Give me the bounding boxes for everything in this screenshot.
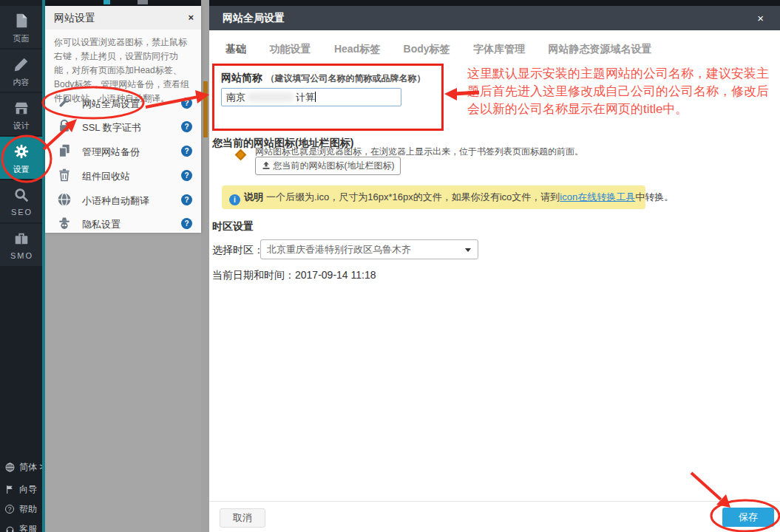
menu-item-label: 小语种自动翻译	[82, 194, 149, 208]
menu-item-ssl[interactable]: SSL 数字证书 ?	[45, 115, 201, 139]
upload-icon	[262, 161, 271, 170]
briefcase-icon	[13, 236, 30, 249]
ico-notice-bar: i说明一个后缀为.ico，尺寸为16px*16px的文件，如果你没有ico文件，…	[222, 185, 645, 209]
lock-icon	[57, 119, 72, 137]
panel-title: 网站设置	[54, 12, 95, 24]
cancel-button[interactable]: 取消	[220, 508, 265, 528]
site-name-label: 网站简称	[221, 72, 262, 83]
underlying-page-orange-element	[203, 81, 208, 137]
menu-item-label: SSL 数字证书	[82, 121, 141, 134]
sidebar-item-label: 设置	[0, 164, 42, 175]
trash-icon	[57, 168, 72, 185]
caret-down-icon	[465, 248, 471, 252]
search-icon	[13, 193, 30, 205]
site-name-value-suffix: 计算	[296, 92, 315, 103]
menu-item-label: 网站全局设置	[82, 98, 140, 111]
info-icon: i	[229, 194, 240, 205]
site-name-input[interactable]: 南京计算	[221, 88, 401, 106]
timezone-select[interactable]: 北京重庆香港特别行政区乌鲁木齐	[260, 239, 478, 259]
storefront-icon	[13, 106, 30, 118]
sidebar-footer-label: 帮助	[19, 503, 37, 516]
top-bar-fragment	[138, 0, 148, 4]
timezone-selected-option: 北京重庆香港特别行政区乌鲁木齐	[267, 244, 411, 255]
menu-item-backup[interactable]: 管理网站备份 ?	[45, 140, 201, 163]
modal-title: 网站全局设置	[223, 6, 285, 30]
site-name-hint: （建议填写公司名称的简称或品牌名称）	[265, 73, 425, 83]
help-icon: ?	[4, 504, 15, 514]
text-cursor	[315, 92, 316, 102]
help-icon[interactable]: ?	[181, 170, 192, 181]
menu-item-auto-translate[interactable]: 小语种自动翻译 ?	[45, 188, 201, 212]
sidebar-footer-label: 客服	[19, 523, 37, 532]
sidebar-item-label: 内容	[0, 77, 42, 88]
backup-icon	[57, 143, 72, 161]
help-icon[interactable]: ?	[181, 194, 192, 205]
site-name-label-row: 网站简称 （建议填写公司名称的简称或品牌名称）	[221, 71, 425, 85]
redacted-text-blur	[247, 92, 294, 102]
menu-item-global-settings[interactable]: 网站全局设置 ?	[45, 92, 201, 115]
timezone-select-label: 选择时区：	[212, 244, 264, 257]
headset-icon	[4, 524, 15, 532]
flag-icon	[4, 484, 15, 494]
menu-item-recycle-bin[interactable]: 组件回收站 ?	[45, 164, 201, 188]
tab-head-tags[interactable]: Head标签	[334, 38, 380, 59]
page-root: 页面 内容 设计 设置 SEO SMO 简体 > 向导	[0, 0, 780, 532]
favicon-upload-button[interactable]: 您当前的网站图标(地址栏图标)	[255, 157, 401, 175]
wrench-icon	[57, 95, 72, 113]
sidebar-item-label: SEO	[1, 208, 42, 216]
tab-font-library[interactable]: 字体库管理	[473, 38, 525, 59]
site-name-value-prefix: 南京	[226, 92, 245, 103]
sidebar-item-support[interactable]: 客服	[4, 522, 37, 532]
menu-item-privacy[interactable]: 隐私设置 ?	[45, 212, 201, 236]
file-icon	[13, 18, 30, 31]
menu-item-label: 管理网站备份	[82, 146, 140, 159]
tab-basic[interactable]: 基础	[225, 38, 246, 59]
sidebar-item-seo[interactable]: SEO	[0, 180, 42, 222]
global-settings-modal: 网站全局设置 × 基础 功能设置 Head标签 Body标签 字体库管理 网站静…	[209, 6, 780, 532]
dimmed-background	[201, 0, 209, 532]
close-icon[interactable]: ×	[188, 6, 194, 30]
sidebar-item-help[interactable]: ? 帮助	[4, 502, 37, 516]
favicon-preview-icon	[235, 149, 247, 161]
notice-label: 说明	[244, 191, 263, 202]
help-icon[interactable]: ?	[181, 146, 192, 157]
app-top-bar	[0, 0, 780, 6]
tab-body-tags[interactable]: Body标签	[404, 38, 450, 59]
globe-icon	[4, 462, 15, 472]
sidebar-item-content[interactable]: 内容	[0, 50, 42, 92]
gear-icon	[13, 149, 30, 162]
modal-tabs: 基础 功能设置 Head标签 Body标签 字体库管理 网站静态资源域名设置	[225, 38, 672, 59]
help-icon[interactable]: ?	[181, 98, 192, 109]
save-button[interactable]: 保存	[722, 508, 774, 527]
icon-converter-link[interactable]: icon在线转换工具	[560, 191, 635, 202]
top-bar-accent	[104, 0, 110, 4]
modal-footer: 取消 保存	[209, 501, 780, 532]
current-datetime-text: 当前日期和时间：2017-09-14 11:18	[212, 269, 376, 282]
sidebar-item-language[interactable]: 简体 >	[4, 460, 44, 474]
annotation-note: 这里默认显示安装的主题网站的公司名称，建议安装主题后首先进入这里修改成自己公司的…	[467, 65, 780, 118]
tab-static-resource-domain[interactable]: 网站静态资源域名设置	[549, 38, 652, 59]
sidebar-item-pages[interactable]: 页面	[0, 6, 42, 48]
sidebar-item-smo[interactable]: SMO	[0, 224, 42, 266]
site-settings-panel: 网站设置 × 你可以设置浏览器图标，禁止鼠标右键，禁止拷贝，设置防同行功能，对所…	[45, 6, 201, 233]
sidebar-item-label: 设计	[0, 120, 42, 132]
modal-header: 网站全局设置 ×	[209, 6, 780, 30]
main-sidebar: 页面 内容 设计 设置 SEO SMO 简体 > 向导	[0, 0, 42, 532]
sidebar-item-wizard[interactable]: 向导	[4, 482, 37, 497]
menu-item-label: 隐私设置	[82, 218, 121, 231]
help-icon[interactable]: ?	[181, 218, 192, 229]
sidebar-footer-label: 向导	[19, 483, 37, 496]
sidebar-item-label: SMO	[1, 251, 42, 260]
sidebar-item-settings[interactable]: 设置	[0, 137, 42, 179]
dimmed-background	[45, 233, 201, 532]
sidebar-item-label: 页面	[0, 33, 42, 44]
sidebar-item-design[interactable]: 设计	[0, 93, 42, 135]
notice-text: 一个后缀为.ico，尺寸为16px*16px的文件，如果你没有ico文件，请到	[266, 191, 560, 202]
timezone-section-title: 时区设置	[212, 220, 254, 233]
close-icon[interactable]: ×	[757, 6, 764, 30]
notice-text-suffix: 中转换。	[635, 191, 674, 202]
sidebar-footer-label: 简体 >	[19, 461, 44, 474]
help-icon[interactable]: ?	[181, 121, 192, 132]
tab-functions[interactable]: 功能设置	[269, 38, 311, 59]
pencil-icon	[13, 62, 30, 75]
